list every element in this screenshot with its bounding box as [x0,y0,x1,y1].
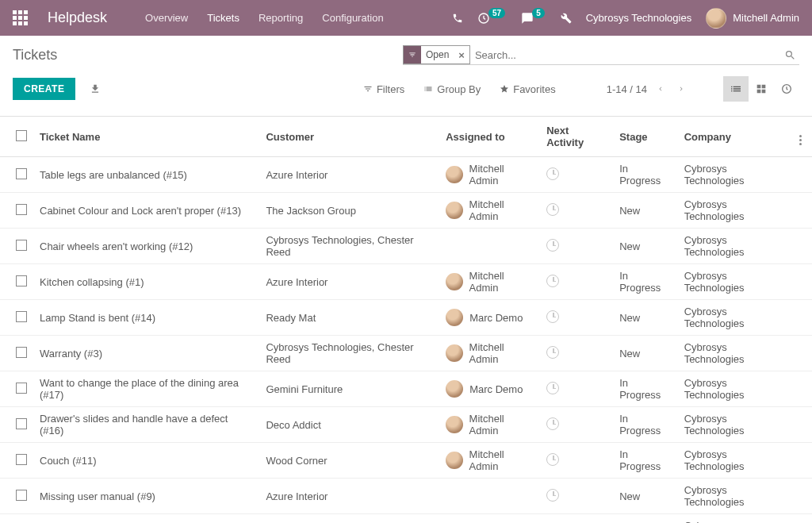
company-selector[interactable]: Cybrosys Technologies [586,12,691,24]
view-list[interactable] [723,76,749,102]
cell-company: Cybrosys Technologies [678,229,793,264]
toolbar-controls: Filters Group By Favorites 1-14 / 14 [363,76,799,102]
cell-activity[interactable] [540,157,613,193]
cell-activity[interactable] [540,336,613,371]
row-checkbox[interactable] [16,383,27,394]
cell-stage: New [613,229,677,264]
brand-title[interactable]: Helpdesk [48,10,107,26]
col-assigned[interactable]: Assigned to [439,117,540,157]
cell-activity[interactable] [540,193,613,229]
cell-company: Cybrosys Technologies [678,193,793,229]
pager-next[interactable] [674,80,688,98]
cell-assigned: Mitchell Admin [439,443,540,479]
cell-customer: The Jackson Group [259,193,439,229]
cell-assigned: Mitchell Admin [439,407,540,443]
cell-activity[interactable] [540,514,613,524]
row-checkbox[interactable] [16,454,27,465]
import-button[interactable] [90,83,101,94]
table-row[interactable]: Cabinet Colour and Lock aren't proper (#… [0,193,812,229]
row-checkbox[interactable] [16,490,27,501]
nav-configuration[interactable]: Configuration [322,12,383,24]
clock-icon [546,417,559,430]
cell-assigned: Marc Demo [439,300,540,336]
cell-activity[interactable] [540,479,613,514]
toolbar: CREATE Filters Group By Favorites 1-14 /… [0,70,812,117]
groupby-button[interactable]: Group By [423,83,481,95]
search-bar[interactable]: Open × [403,45,799,65]
cell-assigned: Mitchell Admin [439,336,540,371]
table-row[interactable]: Drawer's slides and handle have a defect… [0,407,812,443]
col-activity[interactable]: Next Activity [540,117,613,157]
table-row[interactable]: Missing user manual (#9)Azure InteriorNe… [0,479,812,514]
topnav-right: 57 5 Cybrosys Technologies Mitchell Admi… [452,8,799,29]
row-checkbox[interactable] [16,347,27,358]
cell-activity[interactable] [540,443,613,479]
assignee-avatar [446,273,462,290]
cell-activity[interactable] [540,407,613,443]
search-icon[interactable] [781,49,799,61]
table-row[interactable]: Warranty (#3)Cybrosys Technologies, Ches… [0,336,812,371]
cell-assigned [439,229,540,264]
nav-links: Overview Tickets Reporting Configuration [145,12,384,24]
phone-icon[interactable] [452,13,463,24]
assignee-name: Mitchell Admin [469,198,534,222]
cell-assigned: Mitchell Admin [439,264,540,300]
assignee-avatar [446,452,462,469]
table-row[interactable]: Want to change the place of the dining a… [0,371,812,407]
table-row[interactable]: Lamp Stand is bent (#14)Ready MatMarc De… [0,300,812,336]
user-menu[interactable]: Mitchell Admin [706,8,799,29]
pager-prev[interactable] [653,80,668,98]
cell-assigned: Mitchell Admin [439,157,540,193]
favorites-button[interactable]: Favorites [500,83,555,95]
assignee-name: Mitchell Admin [469,341,534,365]
view-activity[interactable] [774,76,799,102]
cell-customer: Wood Corner [259,443,439,479]
cell-empty [793,407,812,443]
clock-icon [546,346,559,359]
table-header-row: Ticket Name Customer Assigned to Next Ac… [0,117,812,157]
table-row[interactable]: Cabinets in kit (#8)The Jackson GroupNew… [0,514,812,524]
row-checkbox[interactable] [16,418,27,429]
nav-tickets[interactable]: Tickets [207,12,239,24]
search-input[interactable] [475,46,781,64]
row-checkbox[interactable] [16,204,27,215]
debug-icon[interactable] [561,13,572,24]
cell-company: Cybrosys Technologies [678,479,793,514]
create-button[interactable]: CREATE [13,78,75,100]
col-customer[interactable]: Customer [259,117,439,157]
table-row[interactable]: Couch (#11)Wood CornerMitchell AdminIn P… [0,443,812,479]
col-company[interactable]: Company [678,117,793,157]
table-row[interactable]: Table legs are unbalanced (#15)Azure Int… [0,157,812,193]
cell-activity[interactable] [540,264,613,300]
cell-company: Cybrosys Technologies [678,300,793,336]
cell-company: Cybrosys Technologies [678,371,793,407]
nav-overview[interactable]: Overview [145,12,188,24]
messages-icon[interactable]: 5 [521,12,546,25]
cell-activity[interactable] [540,371,613,407]
col-stage[interactable]: Stage [613,117,677,157]
table-row[interactable]: Chair wheels aren't working (#12)Cybrosy… [0,229,812,264]
cell-customer: The Jackson Group [259,514,439,524]
activities-icon[interactable]: 57 [477,12,507,25]
table-row[interactable]: Kitchen collapsing (#1)Azure InteriorMit… [0,264,812,300]
cell-stage: In Progress [613,371,677,407]
clock-icon [546,203,559,216]
row-checkbox[interactable] [16,275,27,286]
col-options[interactable] [793,117,812,157]
cell-empty [793,193,812,229]
nav-reporting[interactable]: Reporting [259,12,303,24]
select-all-checkbox[interactable] [16,130,27,141]
apps-icon[interactable] [13,10,29,26]
facet-remove[interactable]: × [454,49,469,61]
page-title: Tickets [13,47,57,63]
row-checkbox[interactable] [16,168,27,179]
row-checkbox[interactable] [16,240,27,251]
row-checkbox[interactable] [16,311,27,322]
cell-activity[interactable] [540,229,613,264]
assignee-name: Mitchell Admin [469,413,534,436]
col-ticket-name[interactable]: Ticket Name [33,117,259,157]
filters-button[interactable]: Filters [363,83,404,95]
cell-activity[interactable] [540,300,613,336]
view-kanban[interactable] [749,76,774,102]
cell-ticket-name: Couch (#11) [33,443,259,479]
